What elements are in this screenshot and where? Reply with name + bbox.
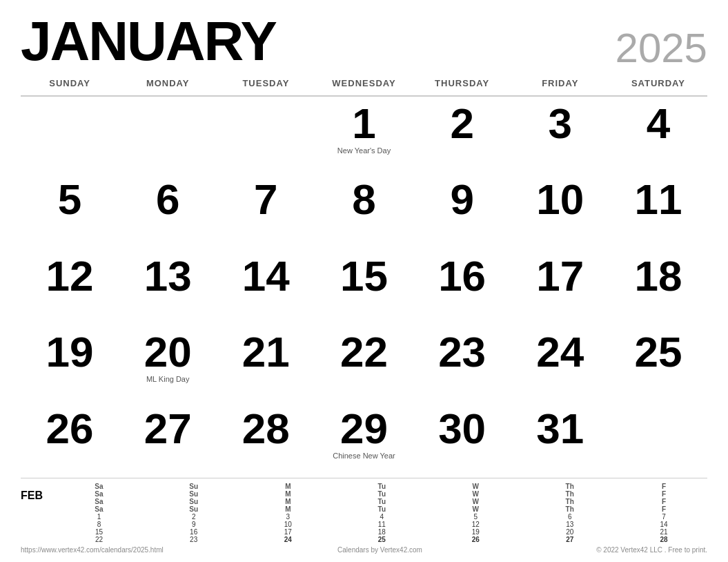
mini-header: Su — [150, 490, 237, 498]
mini-header: Th — [526, 483, 613, 490]
mini-header: W — [432, 490, 519, 498]
mini-day: 12 — [432, 521, 519, 528]
mini-month-label: FEB — [21, 490, 48, 502]
day-header: SATURDAY — [609, 72, 707, 97]
mini-header: Tu — [338, 498, 425, 505]
day-header: TUESDAY — [217, 72, 315, 97]
day-number: 19 — [46, 331, 94, 374]
day-number: 5 — [58, 178, 81, 221]
day-header: THURSDAY — [413, 72, 511, 97]
mini-day: 24 — [244, 536, 331, 543]
day-cell: 25 — [609, 325, 707, 398]
day-number: 27 — [144, 407, 192, 450]
mini-header: Sa — [55, 505, 143, 513]
mini-header: Su — [150, 505, 237, 513]
day-number: 3 — [549, 102, 572, 145]
mini-header: Tu — [338, 483, 425, 490]
day-event: ML King Day — [146, 375, 190, 383]
footer: https://www.vertex42.com/calendars/2025.… — [21, 543, 707, 555]
day-cell: 23 — [413, 325, 511, 398]
empty-cell — [21, 97, 119, 169]
day-number: 2 — [450, 102, 473, 145]
day-number: 13 — [144, 255, 192, 298]
mini-day: 26 — [432, 536, 519, 543]
mini-day: 3 — [244, 513, 331, 521]
day-cell: 10 — [511, 173, 609, 245]
day-number: 18 — [634, 255, 682, 298]
day-number: 7 — [254, 178, 277, 221]
day-number: 26 — [46, 407, 94, 450]
mini-header: M — [244, 490, 331, 498]
day-cell: 29Chinese New Year — [315, 402, 413, 474]
day-number: 8 — [352, 178, 375, 221]
mini-day: 23 — [150, 536, 237, 543]
mini-day: 25 — [338, 536, 425, 543]
mini-header: F — [620, 490, 707, 498]
day-number: 17 — [536, 255, 584, 298]
day-cell: 7 — [217, 173, 315, 245]
empty-cell — [119, 97, 217, 169]
day-header: WEDNESDAY — [315, 72, 413, 97]
mini-header: Sa — [55, 483, 143, 490]
mini-header: Th — [526, 498, 613, 505]
day-number: 30 — [438, 407, 486, 450]
mini-day: 7 — [620, 513, 707, 521]
mini-day: 28 — [620, 536, 707, 543]
day-number: 20 — [144, 331, 192, 374]
day-cell: 13 — [119, 249, 217, 322]
day-cell: 11 — [609, 173, 707, 245]
mini-day: 22 — [55, 536, 143, 543]
mini-header: M — [244, 483, 331, 490]
day-cell: 8 — [315, 173, 413, 245]
day-header: FRIDAY — [511, 72, 609, 97]
day-cell: 28 — [217, 402, 315, 474]
day-cell: 1New Year's Day — [315, 97, 413, 169]
day-number: 23 — [438, 331, 486, 374]
mini-day: 11 — [338, 521, 425, 528]
day-number: 1 — [352, 102, 375, 145]
day-cell: 27 — [119, 402, 217, 474]
mini-grid: SaSuMTuWThFSaSuMTuWThFSaSuMTuWThFSaSuMTu… — [55, 483, 707, 543]
day-cell: 3 — [511, 97, 609, 169]
day-cell: 21 — [217, 325, 315, 398]
mini-day: 5 — [432, 513, 519, 521]
day-event: New Year's Day — [337, 146, 391, 155]
mini-header: Su — [150, 483, 237, 490]
mini-day: 17 — [244, 528, 331, 536]
mini-day: 2 — [150, 513, 237, 521]
day-number: 29 — [340, 407, 388, 450]
mini-day: 9 — [150, 521, 237, 528]
day-cell: 20ML King Day — [119, 325, 217, 398]
calendar-container: JANUARY 2025 SUNDAYMONDAYTUESDAYWEDNESDA… — [0, 0, 728, 562]
day-cell: 24 — [511, 325, 609, 398]
day-number: 25 — [634, 331, 682, 374]
day-number: 31 — [536, 407, 584, 450]
day-cell: 31 — [511, 402, 609, 474]
mini-day: 14 — [620, 521, 707, 528]
mini-day: 19 — [432, 528, 519, 536]
day-number: 14 — [242, 255, 290, 298]
day-cell: 9 — [413, 173, 511, 245]
day-number: 4 — [647, 102, 670, 145]
day-cell: 18 — [609, 249, 707, 322]
mini-day: 15 — [55, 528, 143, 536]
month-title: JANUARY — [21, 14, 276, 69]
mini-day: 13 — [526, 521, 613, 528]
mini-day: 10 — [244, 521, 331, 528]
day-number: 21 — [242, 331, 290, 374]
day-cell: 19 — [21, 325, 119, 398]
day-number: 22 — [340, 331, 388, 374]
day-cell: 14 — [217, 249, 315, 322]
footer-url: https://www.vertex42.com/calendars/2025.… — [21, 546, 164, 554]
day-cell: 5 — [21, 173, 119, 245]
day-number: 10 — [536, 178, 584, 221]
mini-day: 4 — [338, 513, 425, 521]
day-cell: 12 — [21, 249, 119, 322]
day-number: 12 — [46, 255, 94, 298]
mini-header: M — [244, 498, 331, 505]
year-title: 2025 — [616, 28, 707, 69]
day-cell: 30 — [413, 402, 511, 474]
mini-day: 20 — [526, 528, 613, 536]
day-number: 16 — [438, 255, 486, 298]
mini-header: Th — [526, 505, 613, 513]
